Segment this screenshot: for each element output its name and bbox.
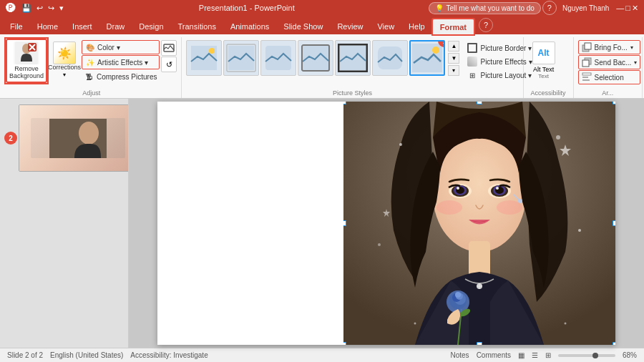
alt-text-sub: Text (538, 73, 549, 79)
adjust-group-content: Remove Background ☀️ Corrections ▾ 🎨 Col… (6, 37, 177, 89)
svg-point-34 (457, 187, 459, 190)
bring-forward-icon (582, 42, 592, 52)
slide-1-preview (19, 105, 129, 171)
slide-canvas (157, 102, 615, 345)
title-bar-right: 💡 Tell me what you want to do ? Nguyen T… (429, 1, 638, 15)
selection-pane-button[interactable]: Selection (578, 70, 641, 84)
close-button[interactable]: ✕ (632, 4, 638, 13)
tab-insert[interactable]: Insert (65, 19, 99, 34)
corrections-icon: ☀️ (53, 41, 76, 64)
tab-view[interactable]: View (370, 19, 401, 34)
tab-draw[interactable]: Draw (99, 19, 132, 34)
zoom-slider[interactable] (558, 354, 615, 357)
change-picture-button[interactable] (161, 40, 177, 56)
picture-styles-label: Picture Styles (186, 89, 518, 98)
artistic-effects-button[interactable]: ✨ Artistic Effects ▾ (82, 55, 160, 69)
tab-home[interactable]: Home (30, 19, 65, 34)
undo-icon[interactable]: ↩ (35, 3, 44, 14)
accessibility-info[interactable]: Accessibility: Investigate (130, 351, 208, 359)
style-thumb-1[interactable] (186, 40, 222, 76)
send-backward-dropdown: ▾ (634, 59, 637, 66)
remove-background-button[interactable]: Remove Background (6, 39, 47, 83)
status-bar-right: Notes Comments ▦ ☰ ⊞ 68% (451, 351, 638, 359)
minimize-button[interactable]: — (616, 4, 624, 12)
alt-text-button[interactable]: Alt Alt Text Text (528, 39, 560, 82)
tab-review[interactable]: Review (330, 19, 370, 34)
style-thumb-3[interactable] (260, 40, 296, 76)
artistic-icon: ✨ (85, 57, 95, 67)
adjust-group: Remove Background ☀️ Corrections ▾ 🎨 Col… (1, 37, 182, 98)
styles-scroll-down[interactable]: ▼ (448, 53, 459, 64)
tab-animations[interactable]: Animations (223, 19, 276, 34)
tab-format[interactable]: Format (432, 19, 474, 34)
view-sorter-icon[interactable]: ⊞ (545, 351, 551, 359)
tab-design[interactable]: Design (132, 19, 170, 34)
selection-handle-tc (477, 102, 482, 104)
svg-point-55 (556, 135, 560, 140)
svg-point-54 (399, 143, 402, 146)
tab-slideshow[interactable]: Slide Show (276, 19, 330, 34)
style-thumb-2[interactable] (223, 40, 259, 76)
illustration-container[interactable] (343, 102, 615, 345)
tell-me-label[interactable]: Tell me what you want to do (447, 4, 535, 12)
ribbon-tabs: File Home Insert Draw Design Transitions… (0, 16, 644, 34)
view-normal-icon[interactable]: ▦ (518, 351, 525, 359)
title-bar: 🅟 💾 ↩ ↪ ▾ Presentation1 - PowerPoint 💡 T… (0, 0, 644, 16)
accessibility-label: Accessibility (528, 89, 569, 98)
maximize-button[interactable]: □ (625, 4, 630, 12)
notes-button[interactable]: Notes (451, 351, 469, 359)
selection-handle-ml (343, 220, 346, 226)
zoom-thumb (592, 353, 598, 358)
send-backward-button[interactable]: Send Bac... ▾ (578, 55, 641, 69)
send-backward-label: Send Bac... (595, 59, 632, 67)
ribbon-help-icon[interactable]: ? (479, 18, 493, 32)
color-label: Color ▾ (97, 44, 120, 52)
save-icon[interactable]: 💾 (20, 3, 33, 14)
tell-me-search[interactable]: 💡 Tell me what you want to do (429, 2, 541, 14)
svg-point-57 (578, 229, 581, 232)
comments-button[interactable]: Comments (477, 351, 511, 359)
styles-scroll-up[interactable]: ▲ (448, 41, 459, 52)
svg-point-41 (497, 200, 522, 215)
tab-file[interactable]: File (3, 19, 30, 34)
svg-point-17 (432, 47, 439, 54)
tab-format-label: Format (440, 23, 467, 31)
redo-icon[interactable]: ↪ (47, 3, 56, 14)
reset-picture-button[interactable]: ↺ (161, 57, 177, 72)
bring-forward-button[interactable]: Bring Fo... ▾ (578, 40, 641, 54)
tab-transitions[interactable]: Transitions (171, 19, 223, 34)
view-outline-icon[interactable]: ☰ (532, 351, 538, 359)
picture-style-thumbs: 1 ▲ ▼ ▾ (186, 40, 459, 76)
style-thumb-6[interactable] (372, 40, 408, 76)
accessibility-group: Alt Alt Text Text Accessibility (524, 37, 574, 98)
color-button[interactable]: 🎨 Color ▾ (82, 40, 160, 54)
svg-rect-19 (585, 43, 591, 49)
style-thumb-5[interactable] (335, 40, 371, 76)
window-title: Presentation1 - PowerPoint (199, 4, 295, 12)
picture-layout-icon: ⊞ (467, 70, 477, 80)
svg-rect-22 (582, 73, 591, 75)
picture-styles-content: 1 ▲ ▼ ▾ Picture Border ▾ Picture Effects… (186, 37, 535, 89)
tab-help[interactable]: Help (401, 19, 432, 34)
slide-info: Slide 2 of 2 (7, 351, 43, 359)
svg-point-39 (496, 187, 499, 190)
corrections-button[interactable]: ☀️ Corrections ▾ (49, 40, 80, 79)
remove-bg-icon (14, 41, 39, 64)
svg-point-59 (565, 323, 567, 325)
qat-customize-icon[interactable]: ▾ (58, 3, 65, 14)
search-icon: 💡 (435, 4, 444, 12)
help-icon[interactable]: ? (542, 1, 557, 15)
selection-handle-mr (613, 220, 615, 226)
zoom-level: 68% (623, 351, 637, 359)
corrections-dropdown-icon: ▾ (63, 72, 66, 78)
styles-expand[interactable]: ▾ (448, 65, 459, 76)
selection-handle-tr (613, 102, 615, 104)
svg-point-7 (209, 48, 215, 54)
style-thumb-selected[interactable]: 1 (409, 40, 445, 76)
slide-thumb-1[interactable] (19, 104, 129, 172)
compress-button[interactable]: 🗜 Compress Pictures (82, 70, 160, 83)
compress-label: Compress Pictures (97, 73, 157, 81)
style-thumb-4[interactable] (298, 40, 333, 76)
selection-handle-bc (477, 342, 482, 345)
reset-icon: ↺ (166, 60, 172, 69)
